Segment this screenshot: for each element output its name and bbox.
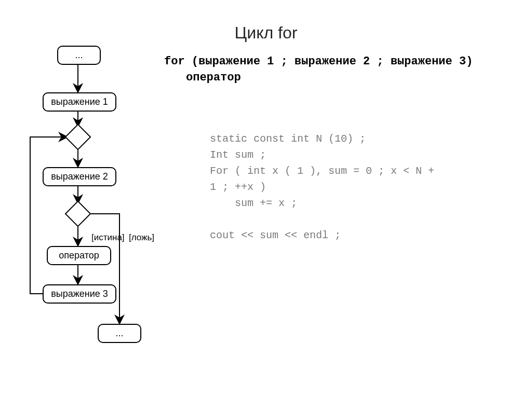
syntax-line2: оператор	[186, 70, 473, 86]
flow-condition-diamond	[65, 201, 91, 227]
flow-end: ...	[98, 324, 141, 343]
flow-false-label: [ложь]	[129, 232, 154, 243]
flowchart: ... выражение 1 выражение 2 [истина] [ло…	[25, 46, 170, 367]
code-example: static const int N (10) ; Int sum ; For …	[210, 131, 434, 243]
syntax-line1: for (выражение 1 ; выражение 2 ; выражен…	[164, 55, 473, 68]
flow-expr2: выражение 2	[43, 167, 116, 186]
flow-operator: оператор	[47, 246, 111, 265]
flow-merge-diamond	[65, 124, 91, 150]
for-syntax: for (выражение 1 ; выражение 2 ; выражен…	[164, 54, 473, 86]
page-title: Цикл for	[0, 23, 532, 43]
flow-expr1: выражение 1	[43, 92, 116, 112]
flow-true-label: [истина]	[91, 232, 125, 243]
flow-expr3: выражение 3	[43, 284, 116, 304]
flow-start: ...	[57, 46, 101, 65]
